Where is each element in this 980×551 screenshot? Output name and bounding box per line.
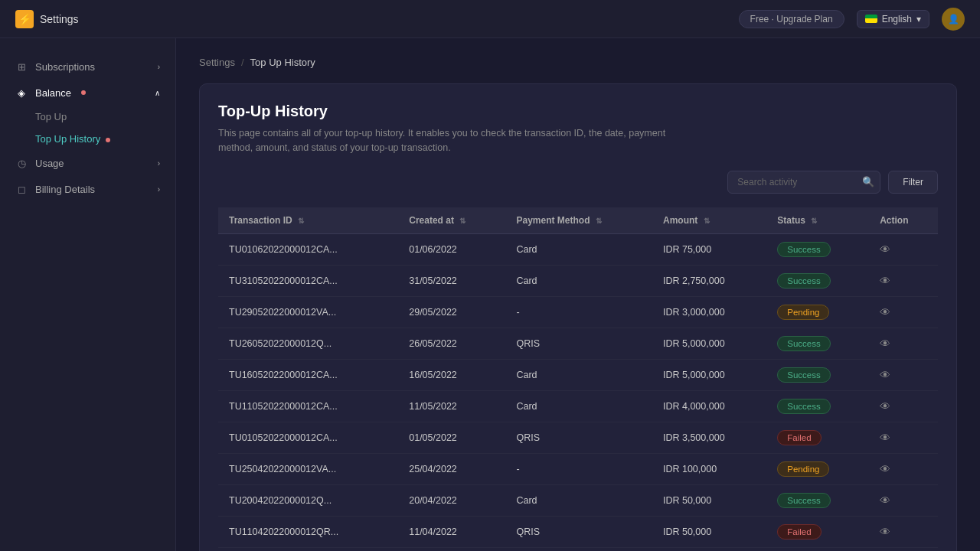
cell-action: 👁 xyxy=(869,516,938,547)
cell-amount: IDR 2,750,000 xyxy=(652,265,766,296)
main-card: Top-Up History This page contains all of… xyxy=(199,83,957,551)
cell-transaction-id: TU11052022000012CA... xyxy=(218,390,398,422)
cell-amount: IDR 50,000 xyxy=(652,484,766,516)
cell-created-at: 01/06/2022 xyxy=(398,233,505,265)
cell-action: 👁 xyxy=(869,484,938,516)
cell-created-at: 11/04/2022 xyxy=(398,516,505,547)
filter-button[interactable]: Filter xyxy=(888,171,938,194)
sidebar-item-usage[interactable]: ◷ Usage › xyxy=(0,150,175,176)
sidebar-sub-top-up[interactable]: Top Up xyxy=(35,106,175,128)
cell-created-at: 20/04/2022 xyxy=(398,484,505,516)
table-wrapper: Transaction ID ⇅ Created at ⇅ Payment Me… xyxy=(218,207,938,548)
cell-transaction-id: TU31052022000012CA... xyxy=(218,265,398,296)
search-icon[interactable]: 🔍 xyxy=(862,176,874,187)
upgrade-button[interactable]: Free · Upgrade Plan xyxy=(739,10,844,28)
cell-transaction-id: TU20042022000012Q... xyxy=(218,484,398,516)
table-row: TU25042022000012VA... 25/04/2022 - IDR 1… xyxy=(218,453,938,484)
status-badge: Pending xyxy=(777,461,829,477)
topbar-title: Settings xyxy=(40,13,79,25)
search-filter-row: 🔍 Filter xyxy=(218,171,938,194)
sort-icon-payment-method[interactable]: ⇅ xyxy=(596,217,602,225)
cell-amount: IDR 3,000,000 xyxy=(652,296,766,328)
sidebar-balance-submenu: Top Up Top Up History xyxy=(0,106,175,150)
cell-payment-method: Card xyxy=(505,359,652,390)
topbar-left: ⚡ Settings xyxy=(15,10,79,28)
cell-status: Failed xyxy=(766,422,869,453)
status-badge: Success xyxy=(777,273,830,289)
chevron-right-icon-3: › xyxy=(158,185,160,194)
cell-amount: IDR 50,000 xyxy=(652,516,766,547)
content-area: Settings / Top Up History Top-Up History… xyxy=(176,38,980,551)
view-icon[interactable]: 👁 xyxy=(880,432,890,444)
cell-amount: IDR 4,000,000 xyxy=(652,390,766,422)
sort-icon-amount[interactable]: ⇅ xyxy=(704,217,710,225)
cell-action: 👁 xyxy=(869,422,938,453)
cell-created-at: 26/05/2022 xyxy=(398,328,505,359)
breadcrumb: Settings / Top Up History xyxy=(199,57,957,68)
cell-payment-method: Card xyxy=(505,484,652,516)
view-icon[interactable]: 👁 xyxy=(880,243,890,256)
table-header-row: Transaction ID ⇅ Created at ⇅ Payment Me… xyxy=(218,207,938,234)
status-badge: Success xyxy=(777,493,830,508)
sidebar-sub-top-up-history-label: Top Up History xyxy=(35,133,100,145)
page-description: This page contains all of your top-up hi… xyxy=(218,126,678,155)
transactions-table: Transaction ID ⇅ Created at ⇅ Payment Me… xyxy=(218,207,938,548)
cell-status: Pending xyxy=(766,296,869,328)
avatar[interactable]: 👤 xyxy=(942,8,965,31)
cell-action: 👁 xyxy=(869,233,938,265)
language-selector[interactable]: English ▾ xyxy=(857,10,929,28)
main-container: ⊞ Subscriptions › ◈ Balance ∧ Top Up Top… xyxy=(0,38,980,551)
sidebar-item-billing[interactable]: ◻ Billing Details › xyxy=(0,176,175,202)
col-action: Action xyxy=(869,207,938,234)
table-row: TU16052022000012CA... 16/05/2022 Card ID… xyxy=(218,359,938,390)
sidebar-item-subscriptions[interactable]: ⊞ Subscriptions › xyxy=(0,54,175,80)
cell-created-at: 16/05/2022 xyxy=(398,359,505,390)
sort-icon-transaction-id[interactable]: ⇅ xyxy=(298,217,304,225)
cell-payment-method: QRIS xyxy=(505,422,652,453)
table-row: TU31052022000012CA... 31/05/2022 Card ID… xyxy=(218,265,938,296)
chevron-up-icon: ∧ xyxy=(155,89,160,97)
table-row: TU01052022000012CA... 01/05/2022 QRIS ID… xyxy=(218,422,938,453)
sort-icon-status[interactable]: ⇅ xyxy=(811,217,817,225)
view-icon[interactable]: 👁 xyxy=(880,463,890,475)
cell-status: Success xyxy=(766,233,869,265)
search-input[interactable] xyxy=(727,171,880,194)
view-icon[interactable]: 👁 xyxy=(880,337,890,350)
status-badge: Success xyxy=(777,336,830,351)
view-icon[interactable]: 👁 xyxy=(880,494,890,507)
view-icon[interactable]: 👁 xyxy=(880,306,890,318)
status-badge: Pending xyxy=(777,305,829,320)
view-icon[interactable]: 👁 xyxy=(880,275,890,287)
sidebar-sub-top-up-history[interactable]: Top Up History xyxy=(35,128,175,150)
sort-icon-created-at[interactable]: ⇅ xyxy=(459,217,466,225)
col-payment-method: Payment Method ⇅ xyxy=(505,207,652,234)
status-badge: Success xyxy=(777,242,830,257)
cell-payment-method: QRIS xyxy=(505,516,652,547)
topbar-right: Free · Upgrade Plan English ▾ 👤 xyxy=(739,8,965,31)
cell-action: 👁 xyxy=(869,328,938,359)
sidebar-label-usage: Usage xyxy=(35,158,64,169)
breadcrumb-parent[interactable]: Settings xyxy=(199,57,235,68)
cell-status: Failed xyxy=(766,516,869,547)
cell-transaction-id: TU29052022000012VA... xyxy=(218,296,398,328)
view-icon[interactable]: 👁 xyxy=(880,369,890,381)
cell-transaction-id: TU26052022000012Q... xyxy=(218,328,398,359)
status-badge: Failed xyxy=(777,430,821,445)
view-icon[interactable]: 👁 xyxy=(880,526,890,538)
sidebar-label-billing: Billing Details xyxy=(35,184,95,195)
sidebar-item-balance[interactable]: ◈ Balance ∧ xyxy=(0,80,175,106)
cell-created-at: 01/05/2022 xyxy=(398,422,505,453)
status-badge: Success xyxy=(777,367,830,383)
cell-amount: IDR 75,000 xyxy=(652,233,766,265)
cell-created-at: 31/05/2022 xyxy=(398,265,505,296)
language-flag xyxy=(865,15,877,23)
top-up-history-badge xyxy=(106,138,110,142)
cell-payment-method: - xyxy=(505,296,652,328)
file-icon: ◻ xyxy=(15,183,28,195)
table-row: TU29052022000012VA... 29/05/2022 - IDR 3… xyxy=(218,296,938,328)
cell-transaction-id: TU01062022000012CA... xyxy=(218,233,398,265)
table-row: TU26052022000012Q... 26/05/2022 QRIS IDR… xyxy=(218,328,938,359)
chevron-right-icon: › xyxy=(158,63,160,71)
view-icon[interactable]: 👁 xyxy=(880,400,890,412)
col-transaction-id: Transaction ID ⇅ xyxy=(218,207,398,234)
